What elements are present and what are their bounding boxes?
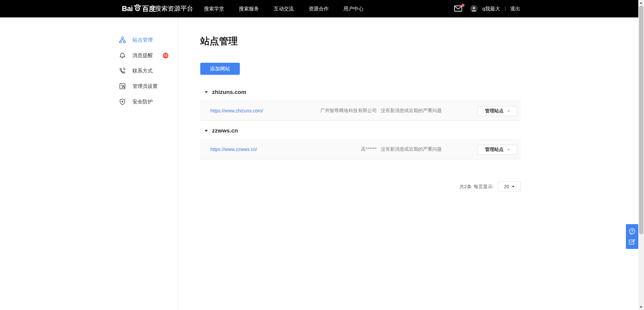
avatar-image: [470, 5, 478, 12]
logo-text-cn: 百度: [142, 4, 156, 13]
per-page-label: 每页显示:: [474, 181, 494, 192]
collapse-caret-icon: [205, 130, 208, 132]
nav-item-search-school[interactable]: 搜索学堂: [204, 6, 224, 12]
site-row: https://www.zzwws.cn/ 高****** 没有新消息或近期的严…: [200, 139, 521, 159]
site-status: 没有新消息或近期的严重问题: [381, 108, 442, 114]
feedback-icon: [629, 239, 636, 246]
top-navbar: Bai du 百度 搜索资源平台 搜索学堂 搜索服务 互动交流 资源合作 用户中…: [0, 0, 644, 17]
site-row: https://www.zhizuns.com/ 广州智尊网络科技有限公司 没有…: [200, 101, 521, 121]
mail-unread-dot: [462, 4, 465, 7]
admin-card-icon: [119, 83, 126, 90]
site-owner: 高******: [361, 146, 377, 152]
logo-text-latin: Bai: [122, 4, 133, 13]
site-url-link[interactable]: https://www.zzwws.cn/: [210, 147, 257, 152]
scrollbar-up-arrow-icon[interactable]: [640, 2, 642, 4]
sidebar-item-admin-settings[interactable]: 管理员设置: [119, 79, 178, 94]
svg-text:?: ?: [631, 229, 633, 233]
manage-site-label: 管理站点: [485, 108, 504, 114]
site-status: 没有新消息或近期的严重问题: [381, 146, 442, 152]
sidebar-item-contact[interactable]: 联系方式: [119, 63, 178, 79]
feedback-button[interactable]: [629, 238, 636, 246]
floating-helper-widget: ?: [626, 224, 638, 249]
sidebar-item-label: 消息提醒: [132, 52, 153, 59]
sidebar-divider: [178, 17, 178, 310]
logout-button[interactable]: 退出: [510, 0, 520, 17]
manage-site-button[interactable]: 管理站点: [477, 145, 517, 155]
per-page-select[interactable]: 20: [498, 181, 521, 192]
mail-icon[interactable]: [454, 5, 462, 12]
scrollbar-down-arrow-icon[interactable]: [640, 306, 642, 308]
site-url-link[interactable]: https://www.zhizuns.com/: [210, 108, 263, 113]
scrollbar-thumb[interactable]: [639, 6, 643, 234]
sidebar-item-label: 安全防护: [132, 99, 153, 105]
nav-item-search-service[interactable]: 搜索服务: [239, 6, 259, 12]
user-logout-divider: [505, 6, 505, 11]
help-icon: ?: [629, 228, 636, 235]
collapse-caret-icon: [205, 91, 208, 93]
site-owner: 广州智尊网络科技有限公司: [320, 108, 377, 114]
chevron-down-icon: [512, 186, 515, 188]
page-title: 站点管理: [200, 35, 238, 48]
navbar-divider: [152, 5, 152, 13]
avatar[interactable]: [470, 5, 478, 12]
phone-icon: [119, 67, 126, 74]
help-button[interactable]: ?: [629, 227, 636, 235]
site-domain: zhizuns.com: [212, 89, 246, 96]
sidebar-item-notifications[interactable]: 消息提醒 55: [119, 48, 178, 63]
sidebar-item-label: 站点管理: [132, 37, 153, 43]
site-group-header[interactable]: zhizuns.com: [205, 88, 246, 97]
manage-site-label: 管理站点: [485, 147, 504, 153]
chevron-down-icon: [507, 149, 510, 151]
sidebar-item-site-management[interactable]: 站点管理: [119, 32, 178, 48]
platform-title[interactable]: 搜索资源平台: [155, 0, 193, 17]
site-group-header[interactable]: zzwws.cn: [205, 126, 238, 135]
nav-item-resource-coop[interactable]: 资源合作: [309, 6, 329, 12]
notification-count-badge: 55: [163, 53, 168, 58]
shield-plus-icon: [119, 98, 126, 105]
baidu-paw-icon: du: [133, 4, 142, 11]
add-site-button[interactable]: 添加网站: [200, 63, 240, 75]
sidebar-item-security[interactable]: 安全防护: [119, 94, 178, 109]
sidebar: 站点管理 消息提醒 55 联系方式: [119, 32, 178, 109]
nav-item-user-center[interactable]: 用户中心: [343, 6, 364, 12]
bell-icon: [119, 52, 126, 59]
baidu-logo[interactable]: Bai du 百度: [122, 0, 156, 17]
chevron-down-icon: [507, 110, 510, 112]
svg-text:du: du: [136, 8, 139, 10]
sidebar-item-label: 管理员设置: [132, 83, 158, 90]
sidebar-item-label: 联系方式: [132, 68, 153, 74]
total-count: 共2条: [460, 181, 472, 192]
manage-site-button[interactable]: 管理站点: [477, 106, 517, 116]
username[interactable]: q我最大: [482, 0, 500, 17]
nav-item-interaction[interactable]: 互动交流: [274, 6, 294, 12]
sitemap-icon: [119, 37, 126, 43]
pagination: 共2条 每页显示: 20: [0, 181, 644, 192]
site-domain: zzwws.cn: [212, 127, 238, 134]
page-scrollbar[interactable]: [638, 0, 644, 310]
navbar-menu: 搜索学堂 搜索服务 互动交流 资源合作 用户中心: [204, 0, 364, 17]
per-page-value: 20: [504, 184, 509, 189]
